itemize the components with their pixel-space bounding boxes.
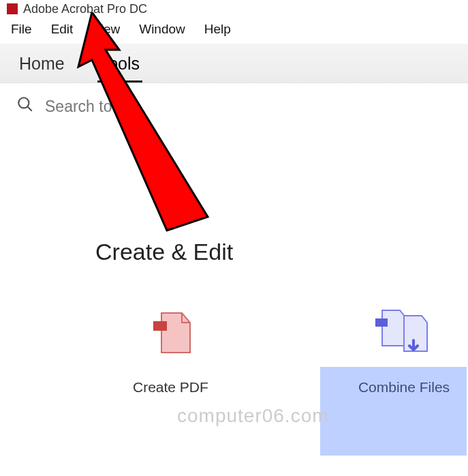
tool-combine-files[interactable]: Combine Files bbox=[358, 306, 450, 396]
search-icon bbox=[16, 95, 34, 117]
titlebar: Adobe Acrobat Pro DC bbox=[0, 0, 468, 18]
create-pdf-icon bbox=[144, 306, 197, 363]
menu-file[interactable]: File bbox=[11, 22, 32, 37]
tool-label: Combine Files bbox=[358, 379, 450, 396]
menu-window[interactable]: Window bbox=[139, 22, 185, 37]
app-icon bbox=[7, 3, 18, 14]
search-placeholder: Search tools bbox=[45, 98, 132, 116]
svg-rect-3 bbox=[375, 318, 388, 327]
menu-view[interactable]: View bbox=[92, 22, 120, 37]
svg-line-1 bbox=[27, 106, 32, 111]
menu-edit[interactable]: Edit bbox=[51, 22, 74, 37]
search-bar[interactable]: Search tools bbox=[0, 83, 468, 130]
watermark: computer06.com bbox=[177, 405, 329, 427]
menu-help[interactable]: Help bbox=[204, 22, 231, 37]
menubar: File Edit View Window Help bbox=[0, 18, 468, 44]
tab-tools[interactable]: Tools bbox=[97, 44, 142, 82]
app-title: Adobe Acrobat Pro DC bbox=[23, 2, 147, 16]
section-heading: Create & Edit bbox=[0, 225, 468, 265]
combine-files-icon bbox=[373, 306, 435, 363]
svg-rect-2 bbox=[153, 321, 167, 331]
tool-row: Create PDF Combine Files bbox=[0, 265, 468, 396]
svg-point-0 bbox=[18, 98, 29, 108]
tool-create-pdf[interactable]: Create PDF bbox=[133, 306, 208, 396]
tool-label: Create PDF bbox=[133, 379, 208, 396]
tab-home[interactable]: Home bbox=[16, 44, 67, 82]
tabbar: Home Tools bbox=[0, 44, 468, 83]
